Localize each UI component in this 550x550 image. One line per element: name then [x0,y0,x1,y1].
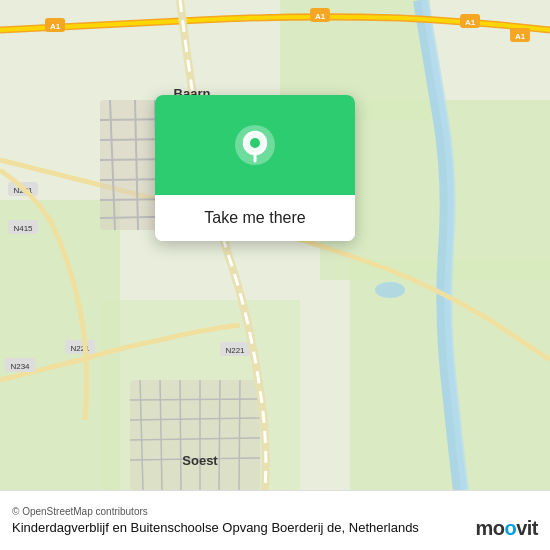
svg-text:A1: A1 [515,32,526,41]
svg-line-44 [219,380,220,490]
popup-header [155,95,355,195]
svg-point-54 [250,138,260,148]
take-me-there-button[interactable]: Take me there [155,195,355,241]
svg-line-42 [180,380,181,490]
svg-point-6 [375,282,405,298]
map-background: A1 A1 A1 A1 N221 N221 N221 N415 N234 [0,0,550,490]
footer-title: Kinderdagverblijf en Buitenschoolse Opva… [12,520,538,537]
popup-card: Take me there [155,95,355,241]
svg-line-46 [130,399,260,400]
svg-text:A1: A1 [465,18,476,27]
moovit-logo: moovit [475,517,538,540]
svg-text:Soest: Soest [182,453,218,468]
moovit-dot: o [504,517,516,539]
map-container: A1 A1 A1 A1 N221 N221 N221 N415 N234 [0,0,550,490]
footer-attribution: © OpenStreetMap contributors [12,506,538,517]
footer: © OpenStreetMap contributors Kinderdagve… [0,490,550,550]
svg-text:N234: N234 [10,362,30,371]
svg-text:N221: N221 [225,346,245,355]
svg-text:A1: A1 [50,22,61,31]
svg-text:N415: N415 [13,224,33,233]
svg-line-45 [239,380,240,490]
svg-text:A1: A1 [315,12,326,21]
location-pin-icon [233,123,277,167]
